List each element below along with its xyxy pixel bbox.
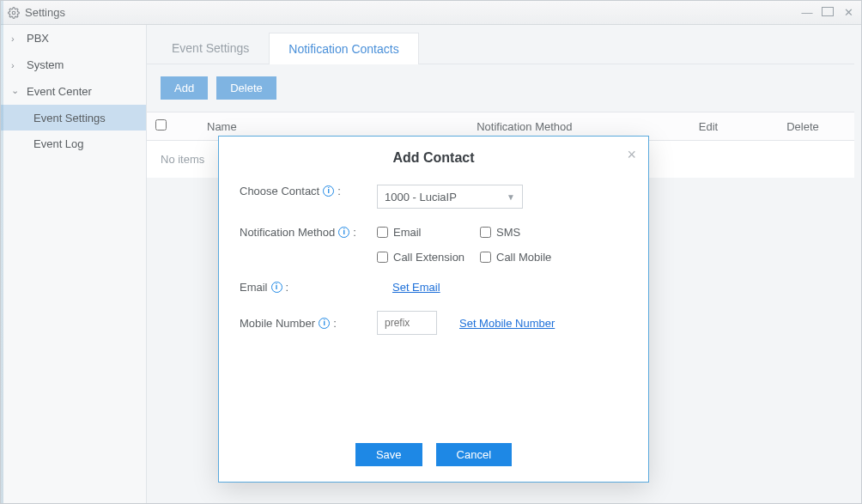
col-name: Name xyxy=(181,120,392,133)
sidebar-sub-event-log[interactable]: Event Log xyxy=(1,131,146,156)
tab-label: Notification Contacts xyxy=(288,42,398,56)
notification-method-label: Notification Method xyxy=(240,226,335,239)
prefix-input[interactable] xyxy=(377,311,437,335)
gear-icon xyxy=(8,7,20,19)
svg-point-0 xyxy=(12,11,15,15)
sidebar-item-system[interactable]: › System xyxy=(1,52,146,78)
select-value: 1000 - LuciaIP xyxy=(385,191,457,203)
check-call-mobile[interactable]: Call Mobile xyxy=(480,251,583,264)
sidebar-item-label: PBX xyxy=(27,32,49,45)
window-maximize-button[interactable] xyxy=(822,7,834,19)
sidebar-item-label: System xyxy=(27,58,64,71)
chevron-down-icon: ⌄ xyxy=(11,85,21,96)
info-icon[interactable]: i xyxy=(271,282,282,293)
sms-checkbox[interactable] xyxy=(480,227,491,238)
tab-notification-contacts[interactable]: Notification Contacts xyxy=(269,33,418,64)
window-controls: — ✕ xyxy=(801,7,854,19)
window-left-accent xyxy=(1,1,3,503)
chevron-right-icon: › xyxy=(11,33,21,44)
tab-event-settings[interactable]: Event Settings xyxy=(152,32,269,64)
save-button[interactable]: Save xyxy=(355,443,422,466)
close-icon[interactable]: × xyxy=(627,147,636,162)
chevron-down-icon: ▼ xyxy=(507,192,515,202)
info-icon[interactable]: i xyxy=(319,318,330,329)
add-contact-modal: × Add Contact Choose Contact i: 1000 - L… xyxy=(219,137,648,482)
call-mobile-checkbox[interactable] xyxy=(480,252,491,263)
toolbar: Add Delete xyxy=(147,64,854,112)
set-mobile-number-link[interactable]: Set Mobile Number xyxy=(459,317,555,330)
info-icon[interactable]: i xyxy=(323,185,334,197)
add-button[interactable]: Add xyxy=(161,76,208,100)
delete-button[interactable]: Delete xyxy=(216,76,276,100)
window-minimize-button[interactable]: — xyxy=(801,7,813,19)
chevron-right-icon: › xyxy=(11,60,21,70)
call-extension-checkbox[interactable] xyxy=(377,252,388,263)
check-call-extension[interactable]: Call Extension xyxy=(377,251,480,264)
cancel-button[interactable]: Cancel xyxy=(436,443,512,466)
window-title: Settings xyxy=(25,6,65,19)
sidebar-item-pbx[interactable]: › PBX xyxy=(1,25,146,52)
choose-contact-select[interactable]: 1000 - LuciaIP ▼ xyxy=(377,185,523,209)
sidebar-item-event-center[interactable]: ⌄ Event Center xyxy=(1,78,146,105)
check-sms[interactable]: SMS xyxy=(480,226,583,239)
tab-label: Event Settings xyxy=(172,41,249,55)
email-label: Email xyxy=(240,281,268,294)
tabs: Event Settings Notification Contacts xyxy=(147,32,854,64)
sidebar-item-label: Event Center xyxy=(27,85,92,98)
check-email[interactable]: Email xyxy=(377,226,480,239)
mobile-number-label: Mobile Number xyxy=(240,317,315,330)
sidebar: › PBX › System ⌄ Event Center Event Sett… xyxy=(1,25,147,503)
select-all-checkbox[interactable] xyxy=(155,119,167,131)
modal-title: Add Contact xyxy=(240,150,628,166)
window-titlebar: Settings — ✕ xyxy=(1,1,861,25)
sidebar-item-label: Event Log xyxy=(33,137,84,150)
sidebar-item-label: Event Settings xyxy=(33,112,106,124)
col-edit: Edit xyxy=(657,120,760,133)
info-icon[interactable]: i xyxy=(338,227,349,238)
email-checkbox[interactable] xyxy=(377,227,388,238)
window-close-button[interactable]: ✕ xyxy=(842,7,854,19)
set-email-link[interactable]: Set Email xyxy=(392,281,440,294)
choose-contact-label: Choose Contact xyxy=(240,185,319,197)
col-delete: Delete xyxy=(760,120,846,133)
col-method: Notification Method xyxy=(392,120,657,133)
sidebar-sub-event-settings[interactable]: Event Settings xyxy=(1,105,146,131)
